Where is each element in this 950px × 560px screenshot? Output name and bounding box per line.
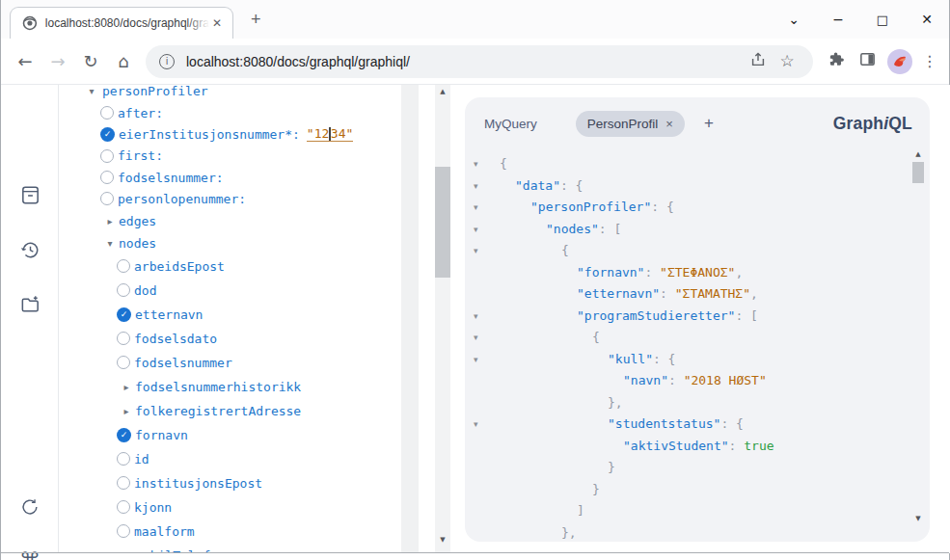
tab-title-fade — [186, 16, 209, 30]
query-tab-myquery[interactable]: MyQuery — [482, 117, 539, 131]
caret-right-icon[interactable]: ▸ — [121, 382, 132, 392]
fold-triangle-icon[interactable]: ▾ — [474, 197, 478, 219]
field-label: kjonn — [134, 500, 172, 515]
field-checkbox-unchecked[interactable] — [100, 192, 114, 205]
share-icon[interactable] — [744, 51, 773, 72]
explorer-row[interactable]: kjonn — [59, 495, 435, 520]
window-maximize-button[interactable]: □ — [860, 13, 905, 27]
field-checkbox-unchecked[interactable] — [117, 500, 130, 514]
explorer-row[interactable]: after: — [59, 102, 435, 123]
field-label: personProfiler — [102, 85, 208, 98]
field-checkbox-unchecked[interactable] — [117, 283, 130, 297]
omnibox[interactable]: i localhost:8080/docs/graphql/graphiql/ … — [146, 45, 813, 78]
fold-triangle-icon[interactable]: ▾ — [474, 175, 478, 198]
argument-value-input[interactable]: "1234" — [307, 126, 353, 142]
fold-triangle-icon[interactable]: ▾ — [474, 327, 478, 349]
field-checkbox-unchecked[interactable] — [117, 452, 130, 466]
bookmark-star-icon[interactable]: ☆ — [773, 51, 801, 71]
explorer-row[interactable]: ✓eierInstitusjonsnummer*:"1234" — [59, 123, 435, 145]
field-checkbox-checked[interactable]: ✓ — [100, 127, 115, 142]
field-label: fodselsdato — [134, 332, 217, 346]
add-query-tab-button[interactable]: + — [704, 114, 714, 133]
explorer-row[interactable]: ▸edges — [59, 209, 435, 231]
response-line: ▾{ — [465, 327, 930, 349]
explorer-row[interactable]: ✓fornavn — [59, 423, 435, 447]
tab-title: localhost:8080/docs/graphql/gra — [45, 16, 209, 30]
field-checkbox-checked[interactable]: ✓ — [117, 428, 131, 442]
profile-avatar[interactable] — [887, 49, 912, 74]
field-checkbox-unchecked[interactable] — [117, 259, 130, 273]
explorer-row[interactable]: personlopenummer: — [59, 188, 435, 209]
field-label: institusjonsEpost — [134, 476, 262, 491]
explorer-scrollbar[interactable]: ▲ ▼ — [435, 85, 450, 553]
caret-right-icon[interactable]: ▸ — [121, 406, 132, 416]
field-checkbox-unchecked[interactable] — [117, 476, 130, 490]
fold-triangle-icon[interactable]: ▾ — [474, 219, 478, 241]
caret-right-icon[interactable]: ▸ — [104, 216, 116, 227]
response-code: } — [500, 482, 600, 496]
explorer-row[interactable]: ▾personProfiler — [59, 85, 435, 102]
explorer-scrollbar-thumb[interactable] — [435, 167, 450, 278]
query-tab-close-icon[interactable]: × — [665, 117, 673, 131]
explorer-row[interactable]: first: — [59, 146, 435, 167]
explorer-row[interactable]: ▸folkeregistrertAdresse — [59, 399, 435, 423]
fold-triangle-icon[interactable]: ▾ — [474, 306, 478, 328]
scroll-up-icon[interactable]: ▲ — [912, 150, 924, 158]
browser-tab[interactable]: localhost:8080/docs/graphql/gra ✕ — [10, 7, 233, 39]
keyboard-shortcuts-icon[interactable]: ⌘ — [1, 548, 59, 560]
field-checkbox-unchecked[interactable] — [100, 149, 114, 163]
open-collection-folder-icon[interactable] — [1, 293, 59, 315]
explorer-row[interactable]: institusjonsEpost — [59, 471, 435, 495]
fold-triangle-icon[interactable]: ▾ — [474, 153, 478, 175]
window-close-button[interactable]: ✕ — [905, 12, 949, 27]
explorer-row[interactable]: fodselsdato — [59, 327, 435, 351]
response-line: }, — [465, 392, 930, 414]
field-label: etternavn — [135, 307, 203, 322]
explorer-row[interactable]: fodselsnummer: — [59, 167, 435, 188]
explorer-row[interactable]: fodselsnummer — [59, 351, 435, 375]
explorer-row[interactable]: ▸fodselsnummerhistorikk — [59, 375, 435, 399]
fold-triangle-icon[interactable]: ▾ — [474, 413, 478, 436]
back-icon[interactable]: ← — [9, 51, 41, 71]
explorer-row[interactable]: maalform — [59, 520, 435, 544]
field-checkbox-checked[interactable]: ✓ — [117, 307, 131, 322]
field-checkbox-unchecked[interactable] — [117, 332, 130, 345]
response-scrollbar[interactable]: ▲ ▼ — [912, 150, 924, 534]
query-tab-personprofil[interactable]: PersonProfil × — [576, 111, 685, 137]
caret-down-icon[interactable]: ▾ — [104, 238, 116, 249]
side-panel-icon[interactable] — [852, 50, 882, 72]
field-checkbox-unchecked[interactable] — [100, 171, 114, 184]
home-icon[interactable]: ⌂ — [107, 51, 140, 71]
site-info-icon[interactable]: i — [159, 54, 175, 69]
url-text[interactable]: localhost:8080/docs/graphql/graphiql/ — [186, 54, 744, 69]
response-line: } — [465, 457, 930, 479]
caret-down-icon[interactable]: ▾ — [86, 86, 97, 96]
explorer-row[interactable]: dod — [59, 279, 435, 303]
explorer-row[interactable]: arbeidsEpost — [59, 254, 435, 279]
reload-icon[interactable]: ↻ — [74, 51, 107, 71]
field-checkbox-unchecked[interactable] — [100, 106, 114, 120]
extensions-puzzle-icon[interactable] — [821, 50, 852, 72]
tab-close-icon[interactable]: ✕ — [209, 15, 225, 31]
tab-search-chevron-icon[interactable]: ⌄ — [772, 12, 816, 27]
field-label: personlopenummer: — [118, 192, 246, 206]
fold-triangle-icon[interactable]: ▾ — [474, 349, 478, 371]
scroll-up-icon[interactable]: ▲ — [435, 88, 450, 95]
explorer-row[interactable]: ✓etternavn — [59, 303, 435, 327]
field-checkbox-unchecked[interactable] — [117, 356, 130, 369]
response-scrollbar-thumb[interactable] — [912, 162, 924, 183]
history-icon[interactable] — [1, 239, 59, 261]
new-tab-button[interactable]: + — [247, 12, 265, 27]
window-minimize-button[interactable]: − — [816, 12, 860, 27]
explorer-row[interactable]: id — [59, 447, 435, 471]
scroll-down-icon[interactable]: ▼ — [435, 536, 450, 544]
response-code: { — [500, 156, 507, 171]
refetch-schema-icon[interactable] — [1, 496, 59, 518]
response-line: ▾"data": { — [465, 175, 930, 198]
scroll-down-icon[interactable]: ▼ — [912, 515, 924, 522]
fold-triangle-icon[interactable]: ▾ — [474, 240, 478, 262]
browser-menu-kebab-icon[interactable]: ⋮ — [917, 52, 942, 70]
docs-icon[interactable] — [1, 184, 59, 206]
field-checkbox-unchecked[interactable] — [117, 524, 130, 538]
explorer-row[interactable]: ▾nodes — [59, 232, 435, 254]
